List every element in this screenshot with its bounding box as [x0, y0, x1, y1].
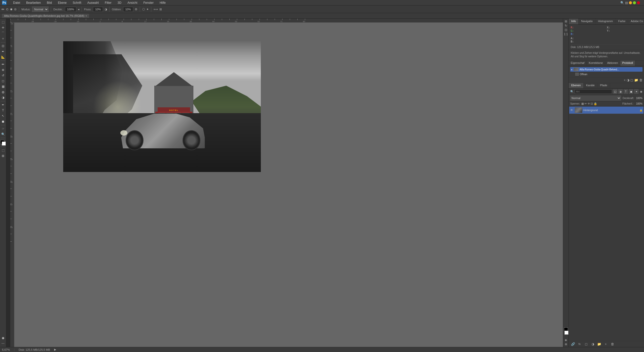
- lock-artboard-icon[interactable]: ⊡: [591, 102, 593, 105]
- zoom-100-btn[interactable]: 1:1: [564, 32, 568, 36]
- tab-ebenen[interactable]: Ebenen: [569, 83, 584, 88]
- workspace-btn[interactable]: ▤: [625, 1, 628, 5]
- layer-add-mask-btn[interactable]: ◻: [630, 78, 633, 82]
- color-swatch-bg[interactable]: [564, 331, 568, 335]
- tab-eigenschaften[interactable]: Eigenschaf: [569, 61, 587, 66]
- tab-farbe[interactable]: Farbe: [616, 19, 628, 24]
- layer-add-adj-btn[interactable]: ◑: [627, 78, 629, 82]
- pressure-icon[interactable]: ⬡: [142, 8, 145, 11]
- tool-3d[interactable]: ◉: [1, 335, 6, 340]
- tool-blur[interactable]: ◍: [1, 90, 6, 95]
- layer-filter-toggle[interactable]: ◉: [640, 90, 642, 93]
- menu-fenster[interactable]: Fenster: [142, 1, 155, 5]
- layer-filter-type-btn[interactable]: T: [624, 89, 628, 94]
- tool-brush-icon[interactable]: ✏: [2, 7, 5, 11]
- tab-korrektionen[interactable]: Korrektione: [587, 61, 605, 66]
- tool-brush[interactable]: ✏: [1, 62, 6, 67]
- canvas-document[interactable]: HOTEL GLETSCHER-RESTAURANT: [63, 41, 261, 172]
- opacity-input[interactable]: [65, 7, 76, 12]
- tool-marquee[interactable]: ⬚: [1, 20, 6, 25]
- tab-histogram[interactable]: Histogramm: [595, 19, 616, 24]
- tool-screen-mode[interactable]: ⊞: [1, 153, 6, 158]
- tool-zoom[interactable]: 🔍: [1, 132, 6, 137]
- minimize-btn[interactable]: [629, 1, 632, 4]
- layer-header-item[interactable]: ▸ Alfa-Romeo-Giulia-Quadri-Belved...: [570, 67, 642, 72]
- close-btn[interactable]: [637, 1, 640, 4]
- tool-shape[interactable]: ◼: [1, 119, 6, 124]
- tool-eyedropper[interactable]: ✒: [1, 49, 6, 54]
- tab-kanaele[interactable]: Kanäle: [584, 83, 597, 88]
- lock-paint-icon[interactable]: ✏: [585, 102, 587, 105]
- arrange-btn[interactable]: ⊞: [565, 20, 567, 23]
- opacity-slider-icon[interactable]: ◂: [78, 8, 79, 11]
- airbrush-icon[interactable]: ◑: [104, 8, 107, 11]
- tool-size-icon[interactable]: ◉: [10, 8, 13, 11]
- view-extras-btn[interactable]: ◈: [565, 338, 567, 342]
- tool-clone[interactable]: ⊕: [1, 67, 6, 72]
- menu-3d[interactable]: 3D: [117, 1, 122, 5]
- extra-icon[interactable]: ⊞: [159, 8, 162, 11]
- menu-hilfe[interactable]: Hilfe: [159, 1, 167, 5]
- menu-bearbeiten[interactable]: Bearbeiten: [25, 1, 42, 5]
- settings-icon[interactable]: ⚙: [135, 8, 137, 11]
- mode-select[interactable]: Normal: [32, 7, 49, 12]
- layer-mask-btn[interactable]: ◻: [583, 342, 589, 346]
- tool-dodge[interactable]: ◑: [1, 95, 6, 100]
- tool-ruler[interactable]: 📐: [1, 55, 6, 60]
- lock-all-icon[interactable]: 🔒: [594, 102, 597, 105]
- layer-group-btn[interactable]: 📁: [634, 78, 638, 82]
- layer-new-btn[interactable]: +: [603, 342, 609, 346]
- tool-gradient[interactable]: ▦: [1, 84, 6, 89]
- menu-auswahl[interactable]: Auswahl: [86, 1, 100, 5]
- menu-filter[interactable]: Filter: [104, 1, 113, 5]
- layer-add-btn[interactable]: +: [624, 78, 626, 82]
- rotate-btn[interactable]: ↻: [565, 24, 567, 27]
- layer-filter-smart-btn[interactable]: ✦: [634, 89, 638, 94]
- layer-fx-btn[interactable]: fx: [577, 342, 582, 346]
- layer-adj-btn[interactable]: ◑: [590, 342, 595, 346]
- tool-type[interactable]: T: [1, 108, 6, 113]
- canvas-area[interactable]: // Will be rendered by JS below -37-28-1…: [10, 19, 568, 347]
- tool-path-select[interactable]: ↖: [1, 113, 6, 118]
- layer-filter-shape-btn[interactable]: ◼: [629, 89, 633, 94]
- tool-crop[interactable]: ⊡: [1, 43, 6, 49]
- maximize-btn[interactable]: [633, 1, 636, 4]
- tool-angle-icon[interactable]: ◎: [14, 8, 17, 11]
- view-all-btn[interactable]: ⊕: [565, 342, 567, 346]
- tab-adobe[interactable]: Adobe Co: [628, 19, 644, 24]
- menu-ansicht[interactable]: Ansicht: [126, 1, 138, 5]
- layer-filter-pixel-btn[interactable]: ◱: [613, 89, 617, 94]
- stylus-icon[interactable]: ✦: [146, 8, 149, 11]
- tab-protokoll[interactable]: Protokoll: [620, 61, 635, 66]
- layer-del-btn[interactable]: 🗑: [610, 342, 615, 346]
- layer-delete-btn[interactable]: 🗑: [639, 78, 642, 82]
- tool-mode-icon[interactable]: ◴: [6, 8, 9, 11]
- layer-visibility-eye[interactable]: 👁: [570, 108, 574, 112]
- tool-move[interactable]: ✛: [1, 25, 6, 30]
- menu-datei[interactable]: Datei: [12, 1, 21, 5]
- search-btn[interactable]: 🔍: [620, 1, 624, 5]
- tool-magic-wand[interactable]: ✧: [1, 36, 6, 41]
- tool-eraser[interactable]: ◻: [1, 78, 6, 83]
- tab-navigation[interactable]: Navigatio: [579, 19, 595, 24]
- tool-pen[interactable]: ✒: [1, 102, 6, 107]
- lock-move-icon[interactable]: ✛: [588, 102, 590, 105]
- tab-close-btn[interactable]: ×: [85, 14, 87, 17]
- layer-search-input[interactable]: [575, 89, 612, 94]
- document-tab[interactable]: Alfa-Romeo-Giulia-Quadrifoglio-Belvedere…: [2, 14, 89, 18]
- tool-hand[interactable]: ☞: [1, 126, 6, 131]
- fg-bg-colors[interactable]: [0, 140, 6, 146]
- tool-history-brush[interactable]: ↺: [1, 73, 6, 78]
- tab-pfade[interactable]: Pfade: [597, 83, 610, 88]
- smoothing-input[interactable]: [123, 7, 133, 12]
- tab-info[interactable]: Info: [569, 19, 579, 24]
- symmetry-icon[interactable]: ⟺: [154, 8, 158, 11]
- flow-input[interactable]: [93, 7, 103, 12]
- status-arrow[interactable]: ▶: [54, 348, 56, 351]
- layer-group2-btn[interactable]: 📁: [596, 342, 602, 346]
- tool-lasso[interactable]: ⌒: [1, 31, 6, 36]
- layer-link-btn[interactable]: 🔗: [570, 342, 576, 346]
- layer-item-hintergrund[interactable]: 👁 Hintergrund 🔒: [569, 107, 643, 114]
- menu-bild[interactable]: Bild: [46, 1, 53, 5]
- tool-quick-mask[interactable]: ⬚: [1, 148, 6, 153]
